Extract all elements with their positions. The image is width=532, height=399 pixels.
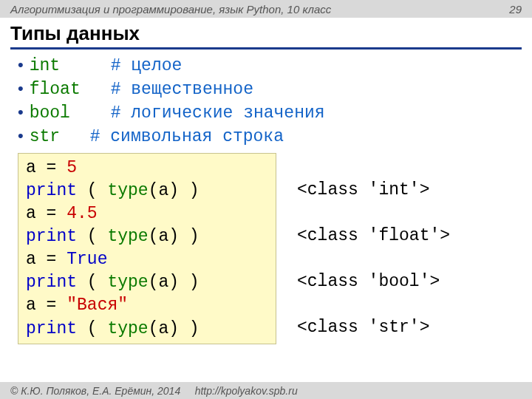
bullet-dot: •	[18, 125, 24, 147]
slide-header: Алгоритмизация и программирование, язык …	[0, 0, 532, 18]
output-blank	[297, 156, 450, 179]
bullet-item: •bool# логические значения	[18, 101, 514, 125]
page-number: 29	[509, 3, 522, 16]
code-line: a = 4.5	[26, 202, 268, 225]
code-line: print ( type(a) )	[26, 318, 268, 341]
bullet-dot: •	[18, 101, 24, 123]
type-comment: # символьная строка	[90, 126, 284, 149]
course-name: Алгоритмизация и программирование, язык …	[10, 3, 331, 16]
footer-url: http://kpolyakov.spb.ru	[195, 385, 298, 397]
code-line: print ( type(a) )	[26, 271, 268, 294]
output-blank	[297, 202, 450, 225]
code-line: a = True	[26, 248, 268, 271]
bullet-dot: •	[18, 78, 24, 100]
type-name: int	[30, 55, 111, 78]
code-line: a = 5	[26, 157, 268, 180]
type-name: bool	[30, 102, 111, 125]
code-box: a = 5print ( type(a) )a = 4.5print ( typ…	[18, 153, 276, 344]
type-comment: # вещественное	[111, 78, 253, 101]
output-line: <class 'int'>	[297, 179, 450, 202]
title-row: Типы данных	[0, 18, 532, 47]
output-line: <class 'str'>	[297, 316, 450, 339]
bullet-item: •str# символьная строка	[18, 125, 514, 149]
type-comment: # логические значения	[111, 102, 325, 125]
output-column: <class 'int'> <class 'float'> <class 'bo…	[276, 153, 450, 339]
code-line: print ( type(a) )	[26, 225, 268, 248]
bullet-item: •int# целое	[18, 54, 514, 78]
bullet-list: •int# целое•float# вещественное•bool# ло…	[18, 54, 514, 149]
code-line: print ( type(a) )	[26, 180, 268, 202]
bullet-dot: •	[18, 54, 24, 76]
type-comment: # целое	[111, 55, 183, 78]
output-line: <class 'bool'>	[297, 270, 450, 293]
copyright: © К.Ю. Поляков, Е.А. Ерёмин, 2014	[10, 385, 180, 397]
output-blank	[297, 248, 450, 270]
code-area: a = 5print ( type(a) )a = 4.5print ( typ…	[18, 153, 514, 344]
slide-footer: © К.Ю. Поляков, Е.А. Ерёмин, 2014 http:/…	[0, 382, 532, 399]
output-line: <class 'float'>	[297, 225, 450, 248]
output-blank	[297, 293, 450, 316]
slide-title: Типы данных	[10, 22, 522, 47]
type-name: float	[30, 78, 111, 101]
code-line: a = "Вася"	[26, 294, 268, 317]
content: •int# целое•float# вещественное•bool# ло…	[0, 50, 532, 344]
type-name: str	[30, 126, 90, 149]
bullet-item: •float# вещественное	[18, 78, 514, 101]
